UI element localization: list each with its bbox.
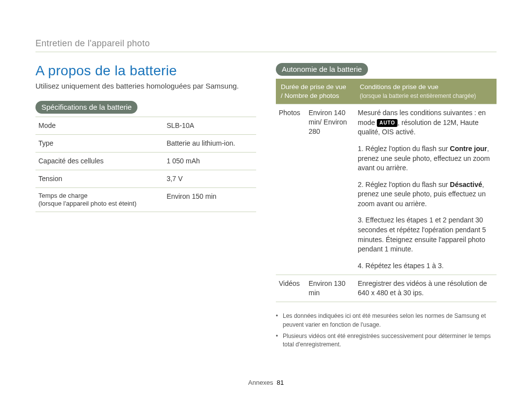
table-row: ModeSLB-10A — [35, 117, 256, 135]
spec-key: Type — [35, 134, 164, 152]
spec-key: Temps de charge (lorsque l'appareil phot… — [35, 187, 164, 212]
table-row: Temps de charge (lorsque l'appareil phot… — [35, 187, 256, 212]
spec-key: Tension — [35, 170, 164, 187]
spec-key: Capacité des cellules — [35, 152, 164, 170]
spec-value: 1 050 mAh — [164, 152, 256, 170]
table-row: Vidéos Environ 130 min Enregistrer des v… — [276, 275, 497, 302]
autonomy-table: Durée de prise de vue / Nombre de photos… — [276, 79, 497, 302]
row-cond-videos: Enregistrer des vidéos à une résolution … — [355, 275, 497, 302]
right-column: Autonomie de la batterie Durée de prise … — [276, 63, 497, 352]
spec-value: Environ 150 min — [164, 187, 256, 212]
row-value-videos: Environ 130 min — [305, 275, 355, 302]
table-row: Photos Environ 140 min/ Environ 280 Mesu… — [276, 104, 497, 275]
spec-key: Mode — [35, 117, 164, 135]
spec-value: Batterie au lithium-ion. — [164, 134, 256, 152]
footnote-item: •Les données indiquées ici ont été mesur… — [276, 312, 497, 329]
row-cond-photos: Mesuré dans les conditions suivantes : e… — [355, 104, 497, 275]
row-value-photos: Environ 140 min/ Environ 280 — [305, 104, 355, 275]
header-conditions: Conditions de prise de vue (lorsque la b… — [355, 79, 497, 104]
spec-value: SLB-10A — [164, 117, 256, 135]
autonomy-subtitle: Autonomie de la batterie — [276, 63, 368, 76]
left-column: A propos de la batterie Utilisez uniquem… — [35, 63, 256, 352]
footnote-item: •Plusieurs vidéos ont été enregistrées s… — [276, 332, 497, 349]
auto-badge-icon: AUTO — [377, 119, 398, 127]
page-title: A propos de la batterie — [35, 63, 256, 79]
table-row: TypeBatterie au lithium-ion. — [35, 134, 256, 152]
row-label-videos: Vidéos — [276, 275, 305, 302]
page-footer: Annexes 81 — [0, 379, 532, 386]
spec-subtitle: Spécifications de la batterie — [35, 101, 137, 114]
row-label-photos: Photos — [276, 104, 305, 275]
table-row: Capacité des cellules1 050 mAh — [35, 152, 256, 170]
spec-table: ModeSLB-10A TypeBatterie au lithium-ion.… — [35, 117, 256, 212]
intro-text: Utilisez uniquement des batteries homolo… — [35, 82, 256, 90]
table-header-row: Durée de prise de vue / Nombre de photos… — [276, 79, 497, 104]
spec-value: 3,7 V — [164, 170, 256, 187]
section-header: Entretien de l'appareil photo — [35, 38, 497, 52]
table-row: Tension3,7 V — [35, 170, 256, 187]
header-duration: Durée de prise de vue / Nombre de photos — [276, 79, 355, 104]
footnotes: •Les données indiquées ici ont été mesur… — [276, 312, 497, 349]
